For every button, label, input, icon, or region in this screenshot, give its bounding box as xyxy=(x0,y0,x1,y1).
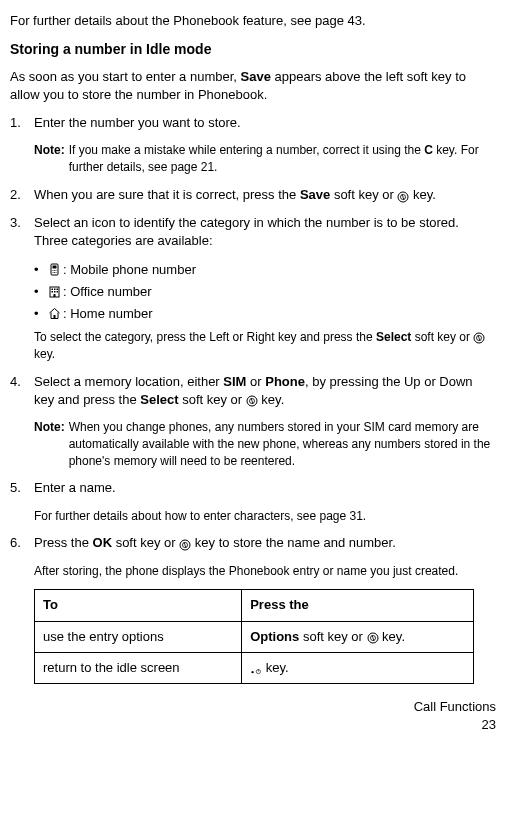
action-table: To Press the use the entry options Optio… xyxy=(34,589,474,684)
select-text-1: To select the category, press the Left o… xyxy=(34,330,376,344)
step-content: Enter the number you want to store. xyxy=(34,114,496,132)
table-cell: use the entry options xyxy=(35,621,242,652)
step-content: Select an icon to identify the category … xyxy=(34,214,496,250)
bullet-marker: • xyxy=(34,305,48,323)
step5-sub: For further details about how to enter c… xyxy=(34,508,496,525)
select-instruction: To select the category, press the Left o… xyxy=(34,329,496,363)
page-footer: Call Functions 23 xyxy=(10,698,496,734)
bullet-home: • : Home number xyxy=(34,305,496,323)
note-body: When you change phones, any numbers stor… xyxy=(69,419,496,469)
step2-text-2: soft key or xyxy=(330,187,397,202)
step-content: Press the OK soft key or key to store th… xyxy=(34,534,496,552)
step6-text-1: Press the xyxy=(34,535,93,550)
note-1: Note: If you make a mistake while enteri… xyxy=(34,142,496,176)
select-bold: Select xyxy=(376,330,411,344)
end-call-icon xyxy=(250,662,262,674)
i-key-icon xyxy=(473,332,485,344)
step-2: 2. When you are sure that it is correct,… xyxy=(10,186,496,204)
step2-text-3: key. xyxy=(409,187,436,202)
table-cell: Options soft key or key. xyxy=(242,621,474,652)
svg-rect-13 xyxy=(54,289,56,291)
svg-point-8 xyxy=(53,272,54,273)
note-label: Note: xyxy=(34,142,65,176)
select-text-3: key. xyxy=(34,347,55,361)
bullet-text: : Office number xyxy=(63,283,152,301)
bullet-marker: • xyxy=(34,261,48,279)
step4-bold-2: Phone xyxy=(265,374,305,389)
bullet-mobile: • : Mobile phone number xyxy=(34,261,496,279)
step-6: 6. Press the OK soft key or key to store… xyxy=(10,534,496,552)
footer-page-number: 23 xyxy=(10,716,496,734)
i-key-icon xyxy=(179,538,191,550)
step-4: 4. Select a memory location, either SIM … xyxy=(10,373,496,409)
svg-rect-15 xyxy=(52,291,54,293)
home-icon xyxy=(48,307,61,320)
step-3: 3. Select an icon to identify the catego… xyxy=(10,214,496,250)
svg-point-10 xyxy=(56,272,57,273)
table-header-press: Press the xyxy=(242,590,474,621)
svg-rect-17 xyxy=(57,291,59,293)
i-key-icon xyxy=(367,631,379,643)
svg-point-7 xyxy=(56,270,57,271)
i-key-icon xyxy=(397,190,409,202)
step-number: 1. xyxy=(10,114,34,132)
svg-rect-4 xyxy=(53,266,57,269)
table-row: return to the idle screen key. xyxy=(35,652,474,683)
table-cell: return to the idle screen xyxy=(35,652,242,683)
step-content: When you are sure that it is correct, pr… xyxy=(34,186,496,204)
step-number: 4. xyxy=(10,373,34,409)
step6-sub: After storing, the phone displays the Ph… xyxy=(34,563,496,580)
step6-bold: OK xyxy=(93,535,113,550)
step2-text-1: When you are sure that it is correct, pr… xyxy=(34,187,300,202)
svg-rect-18 xyxy=(54,294,56,297)
i-key-icon xyxy=(246,394,258,406)
step-5: 5. Enter a name. xyxy=(10,479,496,497)
step-content: Enter a name. xyxy=(34,479,496,497)
svg-point-9 xyxy=(54,272,55,273)
step4-bold-1: SIM xyxy=(223,374,246,389)
svg-rect-16 xyxy=(54,291,56,293)
svg-point-6 xyxy=(54,270,55,271)
cell-text: key. xyxy=(262,660,289,675)
note-bold: C xyxy=(424,143,433,157)
table-row: use the entry options Options soft key o… xyxy=(35,621,474,652)
office-building-icon xyxy=(48,285,61,298)
svg-point-5 xyxy=(53,270,54,271)
svg-rect-12 xyxy=(52,289,54,291)
section-heading: Storing a number in Idle mode xyxy=(10,40,496,60)
step-number: 6. xyxy=(10,534,34,552)
step4-text-2: or xyxy=(246,374,265,389)
step-number: 3. xyxy=(10,214,34,250)
step4-bold-3: Select xyxy=(140,392,178,407)
note-text-1: If you make a mistake while entering a n… xyxy=(69,143,425,157)
step-number: 5. xyxy=(10,479,34,497)
lead-text-1: As soon as you start to enter a number, xyxy=(10,69,241,84)
select-text-2: soft key or xyxy=(411,330,473,344)
step2-bold: Save xyxy=(300,187,330,202)
cell-bold: Options xyxy=(250,629,299,644)
note-body: If you make a mistake while entering a n… xyxy=(69,142,496,176)
step4-text-4: soft key or xyxy=(179,392,246,407)
note-label: Note: xyxy=(34,419,65,469)
bullet-text: : Mobile phone number xyxy=(63,261,196,279)
note-2: Note: When you change phones, any number… xyxy=(34,419,496,469)
lead-bold: Save xyxy=(241,69,271,84)
step-number: 2. xyxy=(10,186,34,204)
bullet-office: • : Office number xyxy=(34,283,496,301)
step4-text-5: key. xyxy=(258,392,285,407)
bullet-text: : Home number xyxy=(63,305,153,323)
table-header-to: To xyxy=(35,590,242,621)
cell-text-2: soft key or xyxy=(299,629,366,644)
step6-text-2: soft key or xyxy=(112,535,179,550)
bullet-marker: • xyxy=(34,283,48,301)
step-1: 1. Enter the number you want to store. xyxy=(10,114,496,132)
intro-text: For further details about the Phonebook … xyxy=(10,12,496,30)
step6-text-3: key to store the name and number. xyxy=(191,535,396,550)
footer-section: Call Functions xyxy=(10,698,496,716)
svg-rect-19 xyxy=(54,315,56,319)
step4-text-1: Select a memory location, either xyxy=(34,374,223,389)
mobile-phone-icon xyxy=(48,263,61,276)
cell-text-3: key. xyxy=(379,629,406,644)
table-cell: key. xyxy=(242,652,474,683)
svg-rect-14 xyxy=(57,289,59,291)
